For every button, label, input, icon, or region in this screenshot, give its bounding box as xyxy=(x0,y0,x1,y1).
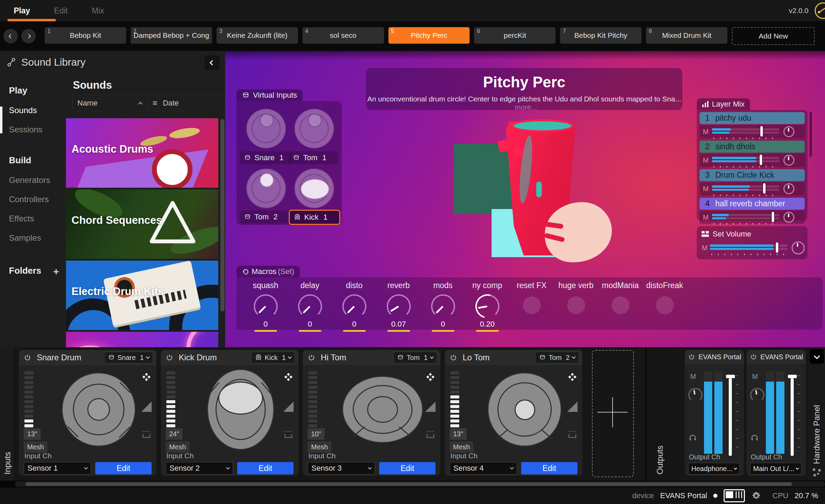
layers-icon[interactable] xyxy=(567,373,578,383)
sort-by-date[interactable]: Date xyxy=(163,99,179,108)
kick-pad-graphic[interactable] xyxy=(199,369,283,450)
sidebar-item-generators[interactable]: Generators xyxy=(9,175,65,185)
hi-tom-assignment-dropdown[interactable]: Tom1 xyxy=(393,352,437,363)
macro-knob-ny-comp[interactable] xyxy=(475,294,499,318)
mute-button[interactable]: M xyxy=(690,373,696,381)
library-card-electric-drum-kits[interactable]: Electric Drum Kits xyxy=(66,261,218,330)
sidebar-item-samples[interactable]: Samples xyxy=(9,233,65,243)
output-pan-knob[interactable] xyxy=(750,388,764,402)
mute-button[interactable]: M xyxy=(700,213,712,221)
hi-tom-edit-button[interactable]: Edit xyxy=(379,462,436,474)
preset-slot-7[interactable]: 7Bebop Kit Pitchy xyxy=(560,27,641,44)
lo-tom-assignment-dropdown[interactable]: Tom2 xyxy=(535,352,579,363)
layer-1-header[interactable]: 1pitchy udu xyxy=(700,112,805,124)
set-volume-knob[interactable] xyxy=(792,241,805,254)
preset-slot-6[interactable]: 6percKit xyxy=(474,27,556,44)
macro-trigger-distofreak[interactable] xyxy=(656,296,674,314)
kick-edit-button[interactable]: Edit xyxy=(237,462,294,474)
layer-4-pan-knob[interactable] xyxy=(783,212,794,223)
preset-next-button[interactable] xyxy=(21,29,36,43)
layer-4-level-slider[interactable] xyxy=(712,213,779,222)
drum-frame-icon[interactable] xyxy=(425,430,436,439)
scrollbar-thumb[interactable] xyxy=(25,482,792,486)
macro-knob-reverb[interactable] xyxy=(387,294,411,318)
layer-mix-scrollbar[interactable] xyxy=(810,111,812,157)
layer-2-pan-knob[interactable] xyxy=(783,155,794,166)
virtual-pad-snare-1[interactable] xyxy=(246,109,286,149)
volume-icon[interactable] xyxy=(567,402,578,412)
preset-slot-3[interactable]: 3Keine Zukunft (lite) xyxy=(217,27,298,44)
layer-1-pan-knob[interactable] xyxy=(783,126,794,137)
virtual-pad-kick-1[interactable] xyxy=(294,168,334,208)
mute-button[interactable]: M xyxy=(700,156,712,164)
power-icon[interactable] xyxy=(688,353,695,360)
preset-prev-button[interactable] xyxy=(3,29,18,43)
macro-trigger-huge-verb[interactable] xyxy=(567,296,585,314)
add-new-preset-button[interactable]: Add New xyxy=(732,27,815,45)
output-ch-select-main-out[interactable]: Main Out L/... xyxy=(750,463,802,474)
tab-play[interactable]: Play xyxy=(14,0,30,21)
layer-3-pan-knob[interactable] xyxy=(783,183,794,194)
kick-assignment-dropdown[interactable]: Kick1 xyxy=(251,352,295,363)
sounds-list-scrollbar[interactable] xyxy=(220,119,224,311)
library-card-acoustic-drums[interactable]: Acoustic Drums xyxy=(66,118,218,188)
volume-icon[interactable] xyxy=(283,402,294,412)
snare-sensor-select[interactable]: Sensor 1 xyxy=(24,462,91,474)
volume-icon[interactable] xyxy=(425,402,436,412)
snare-edit-button[interactable]: Edit xyxy=(95,462,152,474)
layer-3-header[interactable]: 3Drum Circle Kick xyxy=(700,169,805,181)
list-view-icon[interactable]: ≡ xyxy=(153,98,157,108)
mute-button[interactable]: M xyxy=(752,373,758,381)
horizontal-scrollbar[interactable] xyxy=(15,481,825,487)
more-link[interactable]: more... xyxy=(515,103,537,111)
sort-by-name[interactable]: Name xyxy=(77,99,98,108)
virtual-input-label-tom-2[interactable]: Tom2 xyxy=(240,210,292,223)
layers-icon[interactable] xyxy=(425,373,436,383)
power-icon[interactable] xyxy=(24,354,31,361)
power-icon[interactable] xyxy=(450,354,457,361)
volume-icon[interactable] xyxy=(141,402,152,412)
preset-slot-2[interactable]: 2Damped Bebop + Cong xyxy=(131,27,212,44)
drum-frame-icon[interactable] xyxy=(567,430,578,439)
macro-knob-squash[interactable] xyxy=(254,294,278,318)
lo-tom-edit-button[interactable]: Edit xyxy=(521,462,578,474)
macro-trigger-modmania[interactable] xyxy=(612,296,629,314)
power-icon[interactable] xyxy=(750,353,757,360)
virtual-pad-tom-2[interactable] xyxy=(246,168,286,208)
virtual-input-label-tom-1[interactable]: Tom1 xyxy=(289,151,338,164)
hi-tom-sensor-select[interactable]: Sensor 3 xyxy=(308,462,375,474)
tab-edit[interactable]: Edit xyxy=(54,0,68,21)
tab-mix[interactable]: Mix xyxy=(92,0,104,21)
virtual-input-label-snare-1[interactable]: Snare1 xyxy=(240,151,292,164)
preset-slot-1[interactable]: 1Bebop Kit xyxy=(45,27,126,44)
lo-tom-pad-graphic[interactable] xyxy=(483,369,566,450)
virtual-pad-tom-1[interactable] xyxy=(294,109,334,149)
output-pan-knob[interactable] xyxy=(688,388,703,402)
output-fader[interactable] xyxy=(788,370,800,456)
connection-status-icon[interactable] xyxy=(815,2,825,19)
layers-icon[interactable] xyxy=(141,373,152,383)
layer-2-header[interactable]: 2sindh dhols xyxy=(700,141,805,153)
preset-slot-4[interactable]: 4sol seco xyxy=(302,27,384,44)
set-volume-slider[interactable] xyxy=(710,243,788,252)
settings-gear-icon[interactable] xyxy=(751,491,761,501)
collapse-sidebar-button[interactable] xyxy=(205,55,220,70)
preset-slot-8[interactable]: 8Mixed Drum Kit xyxy=(646,27,727,44)
add-folder-button[interactable]: + xyxy=(53,266,59,277)
macro-trigger-reset-fx[interactable] xyxy=(523,296,541,314)
layer-2-level-slider[interactable] xyxy=(712,156,779,165)
power-icon[interactable] xyxy=(166,354,173,361)
layers-icon[interactable] xyxy=(283,373,294,383)
output-fader[interactable] xyxy=(726,370,738,456)
sidebar-item-effects[interactable]: Effects xyxy=(9,214,65,223)
hi-tom-pad-graphic[interactable] xyxy=(341,369,425,450)
mute-button[interactable]: M xyxy=(700,185,712,193)
library-card-chord-sequences[interactable]: Chord Sequences xyxy=(66,189,218,259)
snare-pad-graphic[interactable] xyxy=(57,369,141,450)
drum-frame-icon[interactable] xyxy=(141,430,152,439)
mute-button[interactable]: M xyxy=(700,128,712,136)
drum-frame-icon[interactable] xyxy=(283,430,294,439)
sidebar-item-controllers[interactable]: Controllers xyxy=(9,195,65,204)
preset-slot-5-active[interactable]: 5Pitchy Perc xyxy=(388,27,470,44)
macro-knob-disto[interactable] xyxy=(342,294,366,318)
